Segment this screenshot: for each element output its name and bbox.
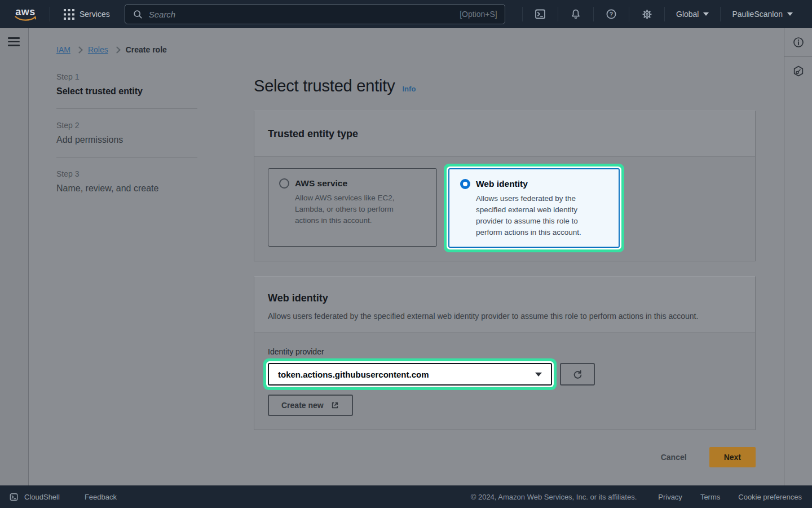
console-footer: CloudShell Feedback © 2024, Amazon Web S…: [0, 485, 812, 508]
footer-copyright: © 2024, Amazon Web Services, Inc. or its…: [471, 493, 637, 501]
notifications-button[interactable]: [558, 0, 593, 28]
svg-text:?: ?: [610, 11, 613, 17]
step-3-item: Step 3 Name, review, and create: [56, 169, 197, 194]
aws-logo[interactable]: aws: [14, 7, 37, 21]
settings-button[interactable]: [629, 0, 664, 28]
gear-icon: [641, 8, 653, 20]
services-menu-button[interactable]: Services: [61, 0, 112, 28]
search-shortcut-hint: [Option+S]: [460, 10, 497, 19]
breadcrumb-roles-link[interactable]: Roles: [88, 45, 108, 54]
username-label: PaulieScanlon: [732, 10, 783, 19]
step-1-kicker: Step 1: [56, 72, 197, 81]
chevron-down-icon: [787, 12, 793, 16]
help-icon: ?: [605, 8, 617, 20]
web-identity-card-description: Allows users federated by the specified …: [268, 310, 713, 322]
footer-terms-link[interactable]: Terms: [700, 493, 720, 501]
radio-unselected-icon[interactable]: [279, 178, 289, 189]
aws-service-title: AWS service: [295, 178, 347, 189]
select-caret-icon: [535, 373, 542, 376]
aws-console-screen: aws Services Search [Option+: [0, 0, 812, 508]
step-2-item: Step 2 Add permissions: [56, 121, 197, 145]
help-button[interactable]: ?: [594, 0, 629, 28]
identity-provider-label: Identity provider: [268, 347, 742, 356]
main-content: IAM Roles Create role Step 1 Select trus…: [29, 28, 784, 485]
refresh-button[interactable]: [560, 363, 595, 386]
web-identity-card-body: Identity provider token.actions.githubus…: [254, 332, 755, 430]
side-menu-toggle[interactable]: [8, 37, 20, 49]
wizard-actions: Cancel Next: [254, 447, 756, 467]
breadcrumb-current-page: Create role: [126, 45, 167, 54]
radio-selected-icon[interactable]: [460, 179, 470, 189]
identity-provider-select[interactable]: token.actions.githubusercontent.com: [268, 363, 552, 386]
info-link[interactable]: Info: [403, 85, 416, 93]
wizard-steps-nav: Step 1 Select trusted entity Step 2 Add …: [56, 72, 197, 194]
aws-service-description: Allow AWS services like EC2, Lambda, or …: [295, 192, 408, 226]
step-1-item: Step 1 Select trusted entity: [56, 72, 197, 97]
footer-left-group: CloudShell Feedback: [9, 492, 117, 502]
resources-panel-toggle[interactable]: [784, 57, 812, 85]
left-sidebar-collapsed: [0, 28, 29, 485]
step-2-label: Add permissions: [56, 135, 197, 145]
chevron-down-icon: [703, 12, 709, 16]
page-title-row: Select trusted entity Info: [254, 76, 756, 96]
web-identity-card: Web identity Allows users federated by t…: [254, 276, 756, 430]
step-3-label: Name, review, and create: [56, 183, 197, 194]
breadcrumb-iam-link[interactable]: IAM: [56, 45, 70, 54]
identity-provider-row: token.actions.githubusercontent.com: [268, 363, 742, 386]
search-placeholder: Search: [149, 10, 176, 19]
trusted-entity-card-title: Trusted entity type: [268, 127, 742, 141]
account-menu[interactable]: PaulieScanlon: [721, 0, 804, 28]
web-identity-card-header: Web identity Allows users federated by t…: [254, 277, 755, 332]
footer-right-group: © 2024, Amazon Web Services, Inc. or its…: [471, 493, 802, 501]
step-3-kicker: Step 3: [56, 169, 197, 178]
step-1-label: Select trusted entity: [56, 86, 197, 97]
create-new-button[interactable]: Create new: [268, 395, 353, 416]
nav-right-group: ?: [522, 0, 804, 28]
web-identity-card-title: Web identity: [268, 291, 742, 305]
footer-feedback-link[interactable]: Feedback: [85, 493, 117, 501]
breadcrumb: IAM Roles Create role: [56, 45, 167, 54]
wizard-main-column: Select trusted entity Info Trusted entit…: [254, 68, 756, 467]
entity-type-options: AWS service Allow AWS services like EC2,…: [254, 157, 755, 261]
trusted-entity-card-header: Trusted entity type: [254, 111, 755, 157]
services-grid-icon: [64, 9, 74, 20]
step-2-kicker: Step 2: [56, 121, 197, 130]
page-title: Select trusted entity: [254, 76, 395, 96]
services-label: Services: [80, 10, 110, 19]
right-help-rail: [784, 28, 812, 485]
create-new-label: Create new: [281, 401, 324, 410]
region-selector[interactable]: Global: [665, 0, 720, 28]
footer-cookie-preferences-link[interactable]: Cookie preferences: [738, 493, 802, 501]
next-button[interactable]: Next: [709, 447, 756, 467]
breadcrumb-chevron-icon: [76, 46, 83, 54]
aws-logo-text: aws: [14, 7, 37, 17]
cloudshell-button[interactable]: [523, 0, 558, 28]
option-web-identity[interactable]: Web identity Allows users federated by t…: [448, 168, 620, 248]
search-input[interactable]: Search [Option+S]: [125, 4, 505, 24]
cloudshell-footer-icon: [9, 492, 19, 502]
identity-provider-value: token.actions.githubusercontent.com: [278, 370, 429, 379]
terminal-icon: [534, 8, 546, 20]
info-panel-toggle[interactable]: [784, 28, 812, 56]
hexagon-resource-icon: [792, 65, 805, 77]
footer-cloudshell-link[interactable]: CloudShell: [24, 493, 60, 501]
trusted-entity-type-card: Trusted entity type AWS service Allow AW…: [254, 111, 756, 261]
option-aws-service[interactable]: AWS service Allow AWS services like EC2,…: [268, 168, 437, 247]
footer-privacy-link[interactable]: Privacy: [658, 493, 682, 501]
cancel-button[interactable]: Cancel: [657, 452, 690, 462]
refresh-icon: [572, 369, 583, 380]
web-identity-title: Web identity: [476, 179, 528, 189]
top-navigation: aws Services Search [Option+: [0, 0, 812, 28]
steps-divider: [56, 108, 197, 109]
steps-divider: [56, 157, 197, 157]
bell-icon: [570, 8, 582, 20]
search-icon: [133, 9, 143, 20]
region-label: Global: [676, 10, 699, 19]
external-link-icon: [330, 401, 339, 410]
web-identity-description: Allows users federated by the specified …: [476, 193, 595, 238]
breadcrumb-chevron-icon: [113, 46, 121, 54]
nav-divider: [50, 7, 50, 21]
info-circle-icon: [792, 36, 805, 49]
